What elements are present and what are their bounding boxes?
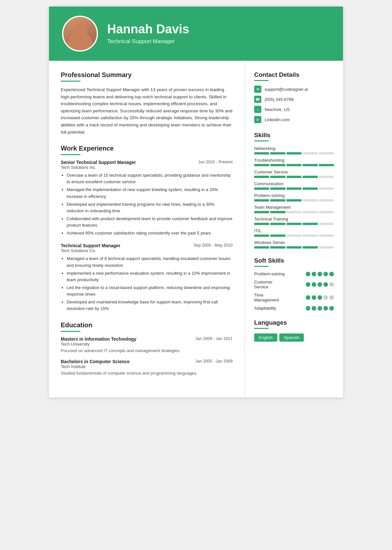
side-column: Contact Details ✉ support@cvdesigner.ai …	[245, 61, 343, 397]
skill-name: Problem-solving	[254, 193, 334, 198]
soft-skill-name: Problem-solving	[254, 271, 285, 276]
job-date: Jun 2010 - Present	[198, 160, 233, 164]
soft-skill-dot	[312, 282, 316, 287]
skill-segment	[302, 246, 318, 249]
skill-item: Troubleshooting	[254, 158, 334, 166]
skill-segment	[254, 246, 269, 249]
skill-item: Technical Training	[254, 217, 334, 225]
job-company: Tech Solutions Co.	[61, 248, 233, 253]
skill-segment	[286, 211, 302, 213]
language-badge: Spanish	[279, 333, 304, 342]
soft-skill-item: Time Management	[254, 293, 334, 302]
soft-skill-dots	[306, 295, 334, 300]
skill-segment	[319, 223, 334, 225]
contact-title: Contact Details	[254, 71, 334, 78]
soft-skill-dot	[318, 282, 322, 287]
skill-item: ITIL	[254, 228, 334, 237]
skill-item: Windows Server	[254, 240, 334, 249]
contact-text: support@cvdesigner.ai	[265, 87, 308, 92]
bullet-item: Collaborated with product development te…	[67, 216, 233, 229]
skill-segment	[286, 223, 302, 225]
contact-item: ✉ support@cvdesigner.ai	[254, 86, 334, 93]
skill-segment	[286, 164, 302, 166]
education-section: Education Masters in Information Technol…	[61, 321, 233, 377]
languages-section: Languages EnglishSpanish	[254, 319, 334, 342]
soft-skill-dot	[306, 306, 310, 311]
soft-skill-dot	[306, 282, 310, 287]
skill-segment	[270, 246, 285, 249]
edu-header: Masters in Information Technology Jan 20…	[61, 336, 233, 342]
skill-segment	[286, 152, 302, 154]
soft-skill-dot	[306, 295, 310, 300]
education-title: Education	[61, 321, 233, 329]
skill-segment	[270, 223, 285, 225]
skill-item: Customer Service	[254, 170, 334, 178]
contact-icon: ☎	[254, 96, 261, 103]
soft-skill-dot	[329, 306, 334, 311]
soft-skill-dot	[323, 295, 328, 300]
skill-bar	[254, 152, 334, 154]
skill-name: ITIL	[254, 228, 334, 233]
bullet-item: Developed and maintained knowledge base …	[67, 299, 233, 312]
soft-skill-dot	[312, 295, 316, 300]
jobs-list: Senior Technical Support Manager Jun 201…	[61, 160, 233, 312]
skill-name: Networking	[254, 146, 334, 151]
skill-segment	[270, 187, 285, 190]
skill-segment	[302, 235, 318, 237]
edu-item: Bachelors in Computer Science Jan 2005 -…	[61, 359, 233, 377]
skill-item: Problem-solving	[254, 193, 334, 202]
bullet-item: Managed a team of 8 technical support sp…	[67, 255, 233, 268]
contact-item: in LinkedIn.com	[254, 116, 334, 123]
edu-school: Tech University	[61, 342, 233, 347]
soft-skill-dot	[323, 272, 328, 276]
soft-skill-dot	[329, 272, 334, 276]
main-column: Professional Summary Experienced Technic…	[49, 61, 245, 397]
soft-skill-dot	[329, 295, 334, 300]
avatar	[62, 16, 98, 52]
skill-segment	[286, 235, 302, 237]
edu-degree: Bachelors in Computer Science	[61, 359, 130, 364]
skill-name: Customer Service	[254, 170, 334, 174]
skill-segment	[286, 199, 302, 202]
contact-icon: in	[254, 116, 261, 123]
languages-divider	[254, 328, 269, 329]
language-badge: English	[254, 333, 277, 342]
skill-segment	[254, 152, 269, 154]
summary-divider	[61, 81, 80, 82]
education-list: Masters in Information Technology Jan 20…	[61, 336, 233, 377]
skill-segment	[302, 199, 318, 202]
edu-date: Jan 2005 - Jan 2009	[195, 359, 233, 364]
skill-name: Team Management	[254, 205, 334, 210]
soft-skill-dot	[323, 282, 328, 287]
header-info: Hannah Davis Technical Support Manager	[107, 23, 189, 45]
edu-desc: Focused on advanced IT concepts and mana…	[61, 348, 233, 354]
soft-skills-section: Soft Skills Problem-solving Customer Ser…	[254, 257, 334, 311]
contact-text: (555) 345-6789	[265, 97, 294, 102]
soft-skill-dot	[323, 306, 328, 311]
skill-segment	[254, 176, 269, 178]
edu-date: Jan 2009 - Jan 2011	[195, 336, 233, 341]
skill-name: Windows Server	[254, 240, 334, 245]
skill-segment	[319, 187, 334, 190]
skill-segment	[286, 246, 302, 249]
skills-section: Skills Networking Troubleshooting Custom…	[254, 132, 334, 249]
edu-header: Bachelors in Computer Science Jan 2005 -…	[61, 359, 233, 364]
skill-item: Communication	[254, 181, 334, 190]
skill-segment	[319, 152, 334, 154]
skill-segment	[270, 235, 285, 237]
job-bullets: Managed a team of 8 technical support sp…	[61, 255, 233, 312]
soft-skill-item: Problem-solving	[254, 271, 334, 276]
skill-bar	[254, 223, 334, 225]
skill-segment	[254, 187, 269, 190]
contact-text: LinkedIn.com	[265, 117, 290, 122]
skill-segment	[302, 164, 318, 166]
skill-segment	[254, 223, 269, 225]
bullet-item: Developed and implemented training progr…	[67, 201, 233, 214]
skill-segment	[302, 187, 318, 190]
contact-text: NewYork, US	[265, 107, 290, 112]
soft-skill-item: Customer Service	[254, 280, 334, 289]
job-header: Technical Support Manager Sep 2005 - May…	[61, 243, 233, 248]
bullet-item: Managed the implementation of new suppor…	[67, 186, 233, 200]
job-header: Senior Technical Support Manager Jun 201…	[61, 160, 233, 165]
soft-skill-item: Adaptability	[254, 306, 334, 311]
